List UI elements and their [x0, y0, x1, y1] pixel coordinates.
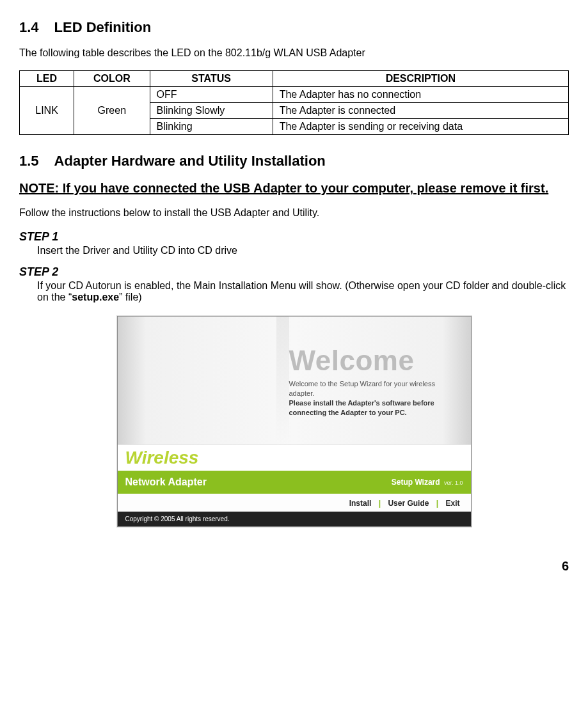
table-header-row: LED COLOR STATUS DESCRIPTION	[20, 71, 569, 87]
step-1-text: Insert the Driver and Utility CD into CD…	[37, 245, 237, 256]
install-link[interactable]: Install	[349, 499, 372, 508]
setup-wizard-text: Setup Wizard	[392, 478, 440, 487]
green-bar: Network Adapter Setup Wizard ver. 1.0	[118, 471, 471, 494]
step-2-post: ” file)	[119, 292, 142, 302]
th-led: LED	[20, 71, 74, 87]
th-color: COLOR	[74, 71, 150, 87]
installer-window: Welcome Welcome to the Setup Wizard for …	[117, 316, 472, 527]
page-number: 6	[19, 559, 569, 574]
table-row: LINK Green OFF The Adapter has no connec…	[20, 87, 569, 103]
cell-status: Blinking Slowly	[150, 103, 273, 119]
cell-color: Green	[74, 87, 150, 135]
step-1-title: STEP 1	[19, 230, 569, 244]
cell-desc: The Adapter has no connection	[273, 87, 568, 103]
setup-wizard-label: Setup Wizard ver. 1.0	[392, 478, 463, 487]
separator-icon: |	[436, 499, 438, 508]
copyright-bar: Copyright © 2005 All rights reserved.	[118, 512, 471, 526]
installer-links: Install | User Guide | Exit	[118, 494, 471, 512]
section-1-5-title: Adapter Hardware and Utility Installatio…	[54, 153, 326, 169]
user-guide-link[interactable]: User Guide	[388, 499, 429, 508]
led-table: LED COLOR STATUS DESCRIPTION LINK Green …	[19, 70, 569, 135]
wireless-label: Wireless	[125, 448, 199, 467]
section-1-4-intro: The following table describes the LED on…	[19, 47, 569, 59]
cell-status: OFF	[150, 87, 273, 103]
section-1-5-intro: Follow the instructions below to install…	[19, 207, 569, 219]
version-text: ver. 1.0	[444, 480, 463, 486]
step-1-body: Insert the Driver and Utility CD into CD…	[37, 245, 569, 256]
section-1-5-number: 1.5	[19, 153, 39, 169]
welcome-subtext: Welcome to the Setup Wizard for your wir…	[289, 379, 456, 398]
section-1-4-title: LED Definition	[54, 19, 152, 35]
welcome-heading: Welcome	[289, 345, 415, 377]
separator-icon: |	[379, 499, 381, 508]
welcome-instruction: Please install the Adapter's software be…	[289, 398, 462, 418]
th-status: STATUS	[150, 71, 273, 87]
cell-led: LINK	[20, 87, 74, 135]
installer-top-panel: Welcome Welcome to the Setup Wizard for …	[118, 317, 471, 444]
step-2-body: If your CD Autorun is enabled, the Main …	[37, 280, 569, 303]
exit-link[interactable]: Exit	[445, 499, 459, 508]
wireless-row: Wireless	[118, 444, 471, 471]
note-text: NOTE: If you have connected the USB Adap…	[19, 181, 569, 196]
section-1-5-heading: 1.5Adapter Hardware and Utility Installa…	[19, 153, 569, 169]
step-2-title: STEP 2	[19, 265, 569, 279]
step-2-bold: setup.exe	[72, 292, 119, 302]
network-adapter-label: Network Adapter	[125, 476, 207, 488]
cell-status: Blinking	[150, 119, 273, 135]
section-1-4-heading: 1.4LED Definition	[19, 19, 569, 36]
section-1-4-number: 1.4	[19, 19, 39, 36]
cell-desc: The Adapter is connected	[273, 103, 568, 119]
vertical-divider	[276, 317, 289, 444]
th-description: DESCRIPTION	[273, 71, 568, 87]
cell-desc: The Adapter is sending or receiving data	[273, 119, 568, 135]
